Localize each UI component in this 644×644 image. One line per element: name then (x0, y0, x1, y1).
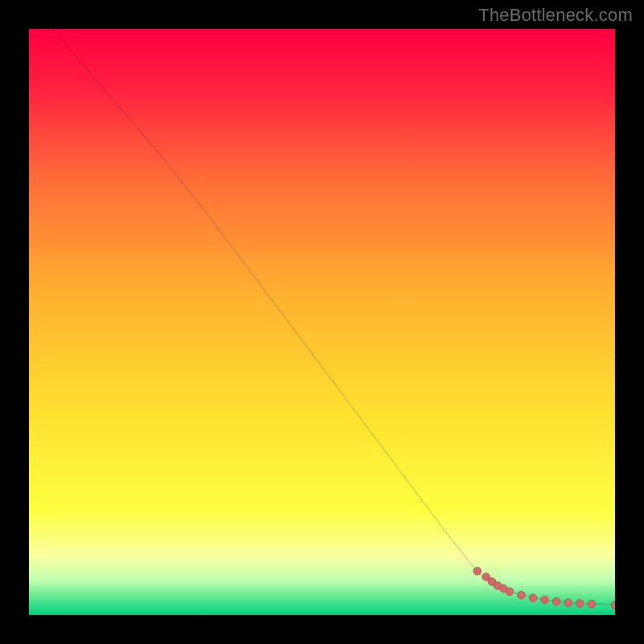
data-point (506, 588, 513, 595)
data-point (576, 600, 584, 607)
data-point (473, 568, 481, 575)
data-point (541, 596, 548, 603)
attribution-label: TheBottleneck.com (478, 5, 633, 26)
plot-area (29, 29, 615, 615)
data-point (564, 599, 572, 606)
data-point (529, 594, 536, 601)
data-point (518, 592, 525, 599)
bottleneck-curve (52, 29, 615, 605)
chart-overlay (29, 29, 615, 615)
chart-container: TheBottleneck.com (0, 0, 644, 644)
data-point (588, 600, 595, 607)
data-markers (473, 568, 615, 609)
data-point (552, 598, 559, 605)
data-point (611, 601, 615, 609)
